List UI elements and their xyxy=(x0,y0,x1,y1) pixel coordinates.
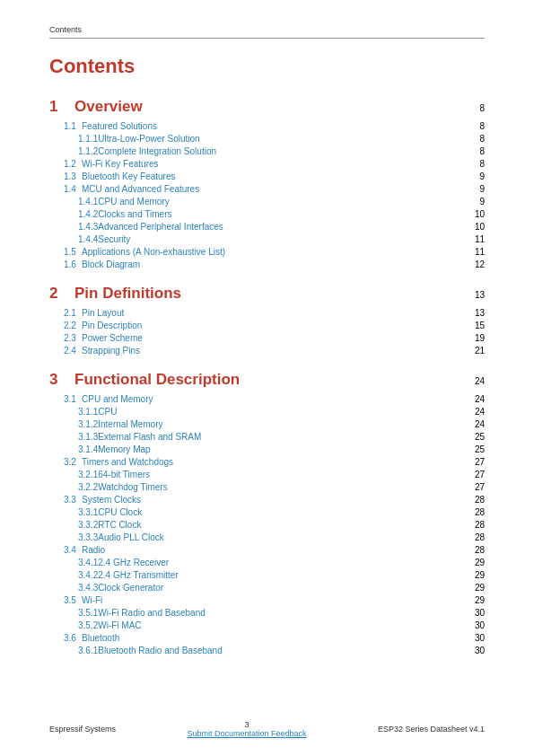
toc-row[interactable]: 3.6.1Bluetooth Radio and Baseband30 xyxy=(49,644,485,656)
toc-row[interactable]: 3.3.2RTC Clock28 xyxy=(49,518,485,531)
toc-page-3-5: 29 xyxy=(463,595,485,605)
toc-row[interactable]: 3.1.3External Flash and SRAM25 xyxy=(49,430,485,443)
toc-label-3-3-3: Audio PLL Clock xyxy=(98,532,463,542)
toc-page-3-1: 24 xyxy=(463,394,485,404)
toc-row[interactable]: 3.4.3Clock Generator29 xyxy=(49,581,485,593)
toc-label-2-2: Pin Description xyxy=(82,321,463,330)
toc-row[interactable]: 3.4Radio28 xyxy=(49,543,485,556)
section-page-1: 8 xyxy=(463,103,485,113)
page: Contents Contents 1Overview81.1Featured … xyxy=(0,0,534,756)
toc-row[interactable]: 2.3Power Scheme19 xyxy=(49,331,485,344)
toc-row[interactable]: 3.1.4Memory Map25 xyxy=(49,443,485,455)
toc-row[interactable]: 3.1.2Internal Memory24 xyxy=(49,418,485,430)
toc-row[interactable]: 3.2.2Watchdog Timers27 xyxy=(49,480,485,493)
footer-page-num: 3 xyxy=(244,720,249,729)
toc-num-3-6: 3.6 xyxy=(49,633,82,643)
toc-num-2-4: 2.4 xyxy=(49,346,82,356)
toc-num-3-5: 3.5 xyxy=(49,595,82,605)
toc-label-2-3: Power Scheme xyxy=(82,333,463,343)
toc-row[interactable]: 1.4.1CPU and Memory9 xyxy=(49,195,485,207)
toc-page-3-1-3: 25 xyxy=(463,432,485,442)
toc-row[interactable]: 1.3Bluetooth Key Features9 xyxy=(49,170,485,182)
toc-label-3-1-4: Memory Map xyxy=(98,444,463,454)
toc-page-1-1-1: 8 xyxy=(463,134,485,144)
toc-label-1-1-1: Ultra-Low-Power Solution xyxy=(98,134,463,144)
toc-page-1-1: 8 xyxy=(463,121,485,131)
page-header: Contents xyxy=(49,25,485,39)
toc-page-3-2-1: 27 xyxy=(463,470,485,479)
toc-num-1-1: 1.1 xyxy=(49,121,82,131)
toc-label-1-5: Applications (A Non-exhaustive List) xyxy=(82,247,463,257)
toc-row[interactable]: 1.2Wi-Fi Key Features8 xyxy=(49,157,485,170)
toc-row[interactable]: 3.1CPU and Memory24 xyxy=(49,392,485,405)
toc-page-3-1-2: 24 xyxy=(463,419,485,429)
toc-num-3-1: 3.1 xyxy=(49,394,82,404)
toc-num-2-2: 2.2 xyxy=(49,321,82,330)
toc-label-1-4: MCU and Advanced Features xyxy=(82,184,463,194)
toc-num-1-4-4: 1.4.4 xyxy=(49,234,98,244)
toc-page-1-5: 11 xyxy=(463,247,485,257)
toc-row[interactable]: 1.4MCU and Advanced Features9 xyxy=(49,182,485,195)
toc-row[interactable]: 2.2Pin Description15 xyxy=(49,319,485,331)
toc-page-3-4: 28 xyxy=(463,545,485,555)
section-page-3: 24 xyxy=(463,376,485,386)
toc-num-3-5-2: 3.5.2 xyxy=(49,620,98,630)
toc-label-3-3-1: CPU Clock xyxy=(98,507,463,517)
toc-num-3-4-1: 3.4.1 xyxy=(49,558,98,567)
toc-page-3-3-1: 28 xyxy=(463,507,485,517)
toc-row[interactable]: 2.1Pin Layout13 xyxy=(49,306,485,319)
toc-num-3-6-1: 3.6.1 xyxy=(49,646,98,655)
toc-row[interactable]: 1.1.1Ultra-Low-Power Solution8 xyxy=(49,132,485,145)
feedback-link[interactable]: Submit Documentation Feedback xyxy=(187,729,306,738)
toc-row[interactable]: 3.4.12.4 GHz Receiver29 xyxy=(49,556,485,568)
toc-label-2-1: Pin Layout xyxy=(82,308,463,318)
toc-row[interactable]: 3.1.1CPU24 xyxy=(49,405,485,418)
toc-page-3-3-3: 28 xyxy=(463,532,485,542)
toc-row[interactable]: 3.3.3Audio PLL Clock28 xyxy=(49,531,485,543)
toc-label-3-4-3: Clock Generator xyxy=(98,583,463,593)
toc-row[interactable]: 3.5.2Wi-Fi MAC30 xyxy=(49,619,485,631)
toc-row[interactable]: 3.3.1CPU Clock28 xyxy=(49,505,485,518)
section-num-1: 1 xyxy=(49,98,74,116)
toc-label-3-3: System Clocks xyxy=(82,495,463,505)
toc-container: 1Overview81.1Featured Solutions81.1.1Ult… xyxy=(49,98,485,656)
toc-page-1-4-2: 10 xyxy=(463,209,485,219)
toc-row[interactable]: 3.6Bluetooth30 xyxy=(49,631,485,644)
toc-label-1-1: Featured Solutions xyxy=(82,121,463,131)
toc-row[interactable]: 1.1.2Complete Integration Solution8 xyxy=(49,145,485,157)
section-page-2: 13 xyxy=(463,290,485,300)
toc-row[interactable]: 3.5Wi-Fi29 xyxy=(49,593,485,606)
toc-row[interactable]: 1.4.2Clocks and Timers10 xyxy=(49,207,485,220)
toc-row[interactable]: 1.4.4Security11 xyxy=(49,233,485,245)
toc-page-3-1-4: 25 xyxy=(463,444,485,454)
toc-row[interactable]: 3.4.22.4 GHz Transmitter29 xyxy=(49,568,485,581)
toc-row[interactable]: 1.4.3Advanced Peripheral Interfaces10 xyxy=(49,220,485,233)
toc-row[interactable]: 3.5.1Wi-Fi Radio and Baseband30 xyxy=(49,606,485,619)
toc-label-3-1-1: CPU xyxy=(98,407,463,417)
toc-row[interactable]: 2.4Strapping Pins21 xyxy=(49,344,485,356)
toc-row[interactable]: 3.2Timers and Watchdogs27 xyxy=(49,455,485,468)
section-num-3: 3 xyxy=(49,371,74,389)
section-header-3: 3Functional Description24 xyxy=(49,371,485,389)
toc-num-2-1: 2.1 xyxy=(49,308,82,318)
toc-page-3-4-2: 29 xyxy=(463,570,485,580)
footer-left: Espressif Systems xyxy=(49,725,116,734)
toc-row[interactable]: 1.1Featured Solutions8 xyxy=(49,119,485,132)
toc-num-3-4-2: 3.4.2 xyxy=(49,570,98,580)
toc-row[interactable]: 3.2.164-bit Timers27 xyxy=(49,468,485,480)
toc-row[interactable]: 1.6Block Diagram12 xyxy=(49,258,485,270)
toc-row[interactable]: 1.5Applications (A Non-exhaustive List)1… xyxy=(49,245,485,258)
toc-page-1-4-4: 11 xyxy=(463,234,485,244)
toc-page-1-1-2: 8 xyxy=(463,146,485,156)
toc-page-3-6-1: 30 xyxy=(463,646,485,655)
toc-page-1-4-1: 9 xyxy=(463,197,485,207)
toc-label-3-4: Radio xyxy=(82,545,463,555)
toc-label-2-4: Strapping Pins xyxy=(82,346,463,356)
toc-label-1-6: Block Diagram xyxy=(82,259,463,269)
toc-page-2-1: 13 xyxy=(463,308,485,318)
toc-page-3-5-2: 30 xyxy=(463,620,485,630)
toc-row[interactable]: 3.3System Clocks28 xyxy=(49,493,485,505)
toc-page-2-2: 15 xyxy=(463,321,485,330)
toc-num-3-4-3: 3.4.3 xyxy=(49,583,98,593)
toc-num-1-6: 1.6 xyxy=(49,259,82,269)
